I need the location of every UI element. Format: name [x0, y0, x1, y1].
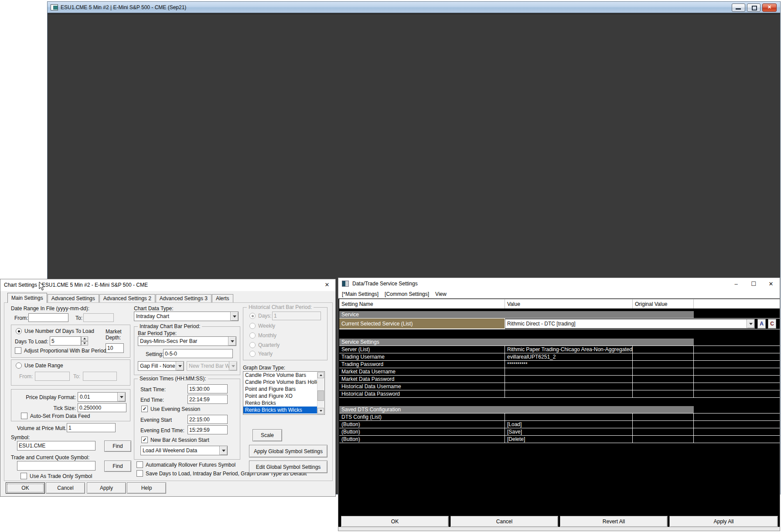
- setting-value-cell[interactable]: [505, 383, 633, 390]
- apply-all-button[interactable]: Apply All: [669, 516, 778, 527]
- auto-set-checkbox[interactable]: Auto-Set From Data Feed: [21, 413, 90, 419]
- original-value-cell[interactable]: [633, 413, 694, 421]
- service-a-button[interactable]: A: [757, 319, 766, 329]
- new-bar-at-session-start-checkbox[interactable]: ✓ New Bar At Session Start: [141, 437, 209, 443]
- market-depth-input[interactable]: [106, 343, 124, 353]
- original-value-cell[interactable]: [633, 421, 694, 428]
- symbol-input[interactable]: [17, 441, 95, 451]
- dropdown-arrow-icon[interactable]: [117, 393, 125, 401]
- close-button[interactable]: ✕: [762, 3, 777, 12]
- start-time-input[interactable]: [188, 384, 228, 393]
- minimize-button[interactable]: –: [727, 278, 745, 289]
- ok-button[interactable]: OK: [6, 482, 45, 494]
- original-value-cell[interactable]: [633, 368, 694, 376]
- list-item[interactable]: Renko Bricks: [243, 400, 317, 407]
- gap-fill-dropdown[interactable]: Gap Fill - None: [138, 361, 184, 371]
- evening-end-input[interactable]: [188, 425, 228, 434]
- service-dropdown[interactable]: Rithmic Direct - DTC [trading]: [505, 319, 755, 329]
- current-selected-service-label[interactable]: Current Selected Service (List): [339, 319, 505, 329]
- date-to-input[interactable]: [83, 313, 114, 322]
- column-value[interactable]: Value: [505, 299, 633, 308]
- close-button[interactable]: ✕: [762, 278, 780, 289]
- minimize-button[interactable]: [732, 3, 745, 12]
- hist-yearly-radio[interactable]: Yearly: [249, 351, 273, 357]
- setting-value-cell[interactable]: [505, 368, 633, 376]
- rollover-checkbox[interactable]: Automatically Rollover Futures Symbol: [136, 461, 235, 468]
- dropdown-arrow-icon[interactable]: [176, 362, 184, 370]
- original-value-cell[interactable]: [633, 428, 694, 436]
- tab-advanced-settings-3[interactable]: Advanced Settings 3: [156, 294, 211, 303]
- cancel-button[interactable]: Cancel: [450, 516, 558, 527]
- dropdown-arrow-icon[interactable]: [228, 337, 236, 346]
- days-to-load-input[interactable]: [50, 336, 81, 346]
- hist-monthly-radio[interactable]: Monthly: [249, 332, 276, 339]
- maximize-button[interactable]: ☐: [745, 278, 762, 289]
- weekend-data-dropdown[interactable]: Load All Weekend Data: [140, 446, 228, 455]
- scrollbar[interactable]: [317, 372, 324, 414]
- bar-period-type-dropdown[interactable]: Days-Mins-Secs Per Bar: [138, 336, 236, 346]
- delete-button-cell[interactable]: [Delete]: [505, 436, 633, 443]
- service-c-button[interactable]: C: [768, 319, 776, 329]
- tab-advanced-settings-2[interactable]: Advanced Settings 2: [99, 294, 155, 303]
- setting-input[interactable]: [163, 349, 233, 358]
- hist-days-input[interactable]: [272, 312, 321, 320]
- spin-up-icon[interactable]: [81, 336, 88, 341]
- range-to-input[interactable]: [83, 372, 117, 381]
- setting-value-cell[interactable]: [505, 376, 633, 383]
- help-button[interactable]: Help: [127, 482, 166, 494]
- dts-titlebar[interactable]: Data/Trade Service Settings: [338, 278, 780, 289]
- list-item[interactable]: Point and Figure XO: [243, 393, 317, 400]
- original-value-cell[interactable]: [633, 436, 694, 443]
- days-to-load-spinner[interactable]: [81, 336, 88, 346]
- load-button-cell[interactable]: [Load]: [505, 421, 633, 428]
- setting-value-cell[interactable]: **********: [505, 361, 633, 368]
- column-setting-name[interactable]: Setting Name: [339, 299, 505, 308]
- chart-settings-titlebar[interactable]: Chart Settings - ESU1.CME 5 Min #2 - E-M…: [0, 279, 335, 291]
- setting-value-cell[interactable]: evillarealUPT6251_2: [505, 353, 633, 361]
- menu-main-settings[interactable]: [*Main Settings]: [342, 291, 379, 297]
- scroll-down-icon[interactable]: [317, 408, 324, 414]
- column-original-value[interactable]: Original Value: [633, 299, 694, 308]
- apply-global-symbol-settings-button[interactable]: Apply Global Symbol Settings: [249, 445, 327, 457]
- new-trend-bar-dropdown[interactable]: New Trend Bar W: [187, 361, 237, 371]
- dropdown-arrow-icon[interactable]: [747, 319, 754, 328]
- original-value-cell[interactable]: [633, 346, 694, 353]
- original-value-cell[interactable]: [633, 353, 694, 361]
- chart-window-titlebar[interactable]: ESU1.CME 5 Min #2 | E-Mini S&P 500 - CME…: [48, 2, 780, 13]
- revert-all-button[interactable]: Revert All: [560, 516, 668, 527]
- scale-button[interactable]: Scale: [252, 429, 282, 441]
- original-value-cell[interactable]: [633, 361, 694, 368]
- close-button[interactable]: ✕: [322, 281, 332, 289]
- trade-symbol-input[interactable]: [17, 461, 95, 471]
- range-from-input[interactable]: [35, 372, 70, 381]
- setting-value-cell[interactable]: [505, 413, 633, 421]
- tab-alerts[interactable]: Alerts: [212, 294, 233, 303]
- spin-down-icon[interactable]: [81, 341, 88, 346]
- use-number-of-days-radio[interactable]: Use Number Of Days To Load: [16, 328, 94, 334]
- date-from-input[interactable]: [28, 313, 68, 322]
- tab-main-settings[interactable]: Main Settings: [7, 293, 47, 303]
- use-date-range-radio[interactable]: Use Date Range: [16, 363, 63, 369]
- chart-data-type-dropdown[interactable]: Intraday Chart: [134, 312, 239, 321]
- find-symbol-button[interactable]: Find: [104, 441, 131, 452]
- edit-global-symbol-settings-button[interactable]: Edit Global Symbol Settings: [249, 461, 327, 473]
- scrollbar-thumb[interactable]: [317, 390, 324, 401]
- list-item[interactable]: Candle Price Volume Bars: [243, 372, 317, 379]
- use-as-trade-only-checkbox[interactable]: Use As Trade Only Symbol: [20, 473, 92, 479]
- menu-common-settings[interactable]: [Common Settings]: [385, 291, 429, 297]
- menu-view[interactable]: View: [435, 291, 447, 297]
- end-time-input[interactable]: [188, 395, 228, 404]
- scroll-up-icon[interactable]: [317, 372, 324, 378]
- tick-size-input[interactable]: [78, 403, 126, 412]
- list-item-selected[interactable]: Renko Bricks with Wicks: [243, 407, 317, 413]
- apply-button[interactable]: Apply: [87, 482, 126, 494]
- volume-mult-input[interactable]: [67, 423, 116, 432]
- restore-button[interactable]: [747, 3, 761, 12]
- list-item[interactable]: Point and Figure Bars: [243, 386, 317, 393]
- adjust-proportional-checkbox[interactable]: Adjust Proportional With Bar Period: [15, 347, 106, 354]
- setting-value-cell[interactable]: [505, 390, 633, 398]
- dropdown-arrow-icon[interactable]: [230, 312, 238, 321]
- hist-days-radio[interactable]: Days:: [249, 313, 272, 319]
- save-button-cell[interactable]: [Save]: [505, 428, 633, 436]
- setting-value-cell[interactable]: Rithmic Paper Trading-Chicago Area-Non-A…: [505, 346, 633, 353]
